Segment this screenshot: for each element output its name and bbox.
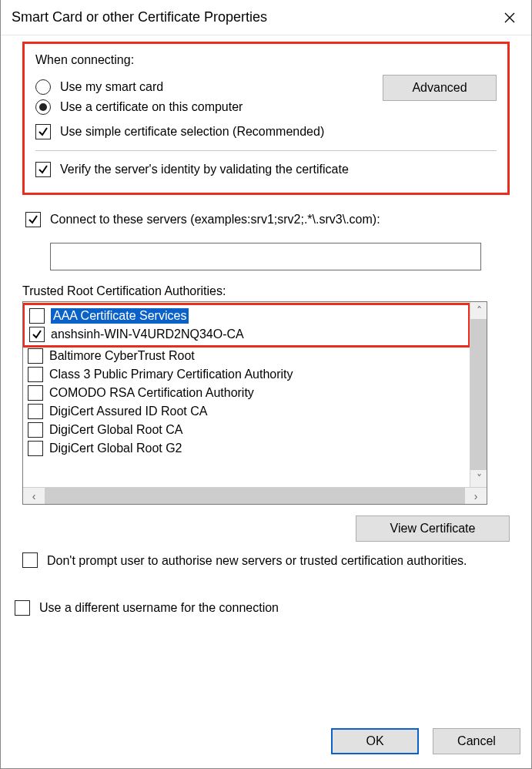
ca-item-label: COMODO RSA Certification Authority bbox=[49, 386, 254, 400]
cancel-button[interactable]: Cancel bbox=[433, 728, 520, 754]
ca-item-checkbox[interactable] bbox=[28, 404, 43, 419]
dont-prompt-label: Don't prompt user to authorise new serve… bbox=[47, 552, 467, 569]
trusted-root-label: Trusted Root Certification Authorities: bbox=[22, 284, 510, 298]
list-vertical-scrollbar[interactable]: ˄ ˅ bbox=[470, 302, 487, 487]
ca-item-label: DigiCert Assured ID Root CA bbox=[49, 405, 207, 418]
ca-list-item[interactable]: Baltimore CyberTrust Root bbox=[23, 347, 470, 365]
use-different-username-checkbox[interactable] bbox=[15, 600, 30, 616]
ca-list-item[interactable]: DigiCert Global Root CA bbox=[23, 421, 470, 439]
close-icon bbox=[504, 12, 515, 23]
scroll-right-button[interactable]: › bbox=[465, 488, 487, 505]
ca-list-item[interactable]: DigiCert Assured ID Root CA bbox=[23, 402, 470, 421]
chevron-up-icon: ˄ bbox=[477, 304, 482, 317]
use-different-username-label: Use a different username for the connect… bbox=[39, 601, 279, 615]
hscroll-thumb[interactable] bbox=[45, 488, 465, 504]
connect-servers-label: Connect to these servers (examples:srv1;… bbox=[50, 213, 510, 227]
dialog-title: Smart Card or other Certificate Properti… bbox=[12, 9, 267, 25]
scroll-down-button[interactable]: ˅ bbox=[470, 470, 487, 487]
chevron-left-icon: ‹ bbox=[32, 490, 36, 502]
connect-servers-checkbox[interactable] bbox=[25, 212, 41, 227]
scroll-thumb[interactable] bbox=[470, 319, 487, 470]
ca-item-label: DigiCert Global Root G2 bbox=[49, 442, 182, 455]
advanced-button[interactable]: Advanced bbox=[383, 75, 497, 101]
simple-cert-selection-label: Use simple certificate selection (Recomm… bbox=[60, 125, 497, 139]
ca-list-item[interactable]: COMODO RSA Certification Authority bbox=[23, 384, 470, 402]
ca-item-label: Class 3 Public Primary Certification Aut… bbox=[49, 368, 293, 381]
list-horizontal-scrollbar[interactable]: ‹ › bbox=[23, 487, 487, 504]
chevron-down-icon: ˅ bbox=[477, 472, 482, 485]
ca-item-label: DigiCert Global Root CA bbox=[49, 423, 182, 437]
ca-item-checkbox[interactable] bbox=[28, 422, 43, 438]
servers-input[interactable] bbox=[50, 243, 481, 270]
use-smart-card-label: Use my smart card bbox=[60, 80, 383, 94]
ok-button[interactable]: OK bbox=[331, 728, 419, 754]
highlight-box-top: When connecting: Use my smart card Use a… bbox=[22, 42, 510, 195]
ca-item-checkbox[interactable] bbox=[28, 348, 43, 364]
scroll-up-button[interactable]: ˄ bbox=[470, 302, 487, 319]
trusted-root-list[interactable]: AAA Certificate Servicesanshsinh-WIN-V4U… bbox=[22, 301, 487, 505]
ca-item-checkbox[interactable] bbox=[28, 367, 43, 382]
ca-item-label: AAA Certificate Services bbox=[51, 308, 189, 324]
when-connecting-label: When connecting: bbox=[35, 53, 497, 67]
ca-list-item[interactable]: DigiCert Global Root G2 bbox=[23, 439, 470, 458]
chevron-right-icon: › bbox=[474, 490, 478, 502]
ca-item-label: anshsinh-WIN-V4URD2NQ34O-CA bbox=[51, 327, 244, 341]
ca-list-item[interactable]: Class 3 Public Primary Certification Aut… bbox=[23, 365, 470, 384]
titlebar: Smart Card or other Certificate Properti… bbox=[1, 0, 531, 35]
certificate-properties-dialog: Smart Card or other Certificate Properti… bbox=[0, 0, 532, 769]
dialog-button-bar: OK Cancel bbox=[1, 728, 531, 768]
separator bbox=[35, 150, 497, 151]
simple-cert-selection-checkbox[interactable] bbox=[35, 124, 51, 139]
ca-item-checkbox[interactable] bbox=[28, 385, 43, 401]
ca-list-item[interactable]: anshsinh-WIN-V4URD2NQ34O-CA bbox=[25, 325, 468, 344]
view-certificate-button[interactable]: View Certificate bbox=[356, 515, 510, 542]
ca-list-item[interactable]: AAA Certificate Services bbox=[25, 307, 468, 325]
use-cert-on-computer-label: Use a certificate on this computer bbox=[60, 100, 383, 114]
highlight-box-list: AAA Certificate Servicesanshsinh-WIN-V4U… bbox=[23, 303, 470, 348]
ca-item-checkbox[interactable] bbox=[29, 308, 45, 324]
use-cert-on-computer-radio[interactable] bbox=[35, 99, 51, 115]
verify-identity-label: Verify the server's identity by validati… bbox=[60, 163, 497, 176]
ca-item-checkbox[interactable] bbox=[29, 327, 45, 342]
ca-item-label: Baltimore CyberTrust Root bbox=[49, 349, 195, 363]
dialog-content: When connecting: Use my smart card Use a… bbox=[1, 35, 531, 728]
scroll-left-button[interactable]: ‹ bbox=[23, 488, 45, 505]
use-smart-card-radio[interactable] bbox=[35, 79, 51, 95]
close-button[interactable] bbox=[488, 0, 531, 35]
verify-identity-checkbox[interactable] bbox=[35, 162, 51, 177]
dont-prompt-checkbox[interactable] bbox=[22, 552, 38, 568]
ca-item-checkbox[interactable] bbox=[28, 441, 43, 456]
